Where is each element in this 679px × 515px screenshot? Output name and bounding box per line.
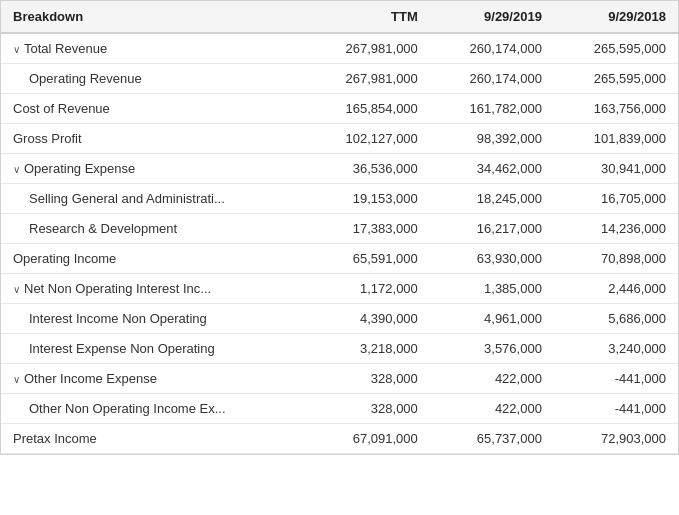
row-ttm-net-non-operating: 1,172,000 — [306, 274, 430, 304]
row-ttm-gross-profit: 102,127,000 — [306, 124, 430, 154]
row-ttm-operating-revenue: 267,981,000 — [306, 64, 430, 94]
table-row[interactable]: Cost of Revenue165,854,000161,782,000163… — [1, 94, 678, 124]
row-2018-cost-of-revenue: 163,756,000 — [554, 94, 678, 124]
row-label-text: Total Revenue — [24, 41, 107, 56]
table-header: Breakdown TTM 9/29/2019 9/29/2018 — [1, 1, 678, 33]
table-row[interactable]: Pretax Income67,091,00065,737,00072,903,… — [1, 424, 678, 454]
row-2018-operating-income: 70,898,000 — [554, 244, 678, 274]
row-label-text: Pretax Income — [13, 431, 97, 446]
row-2018-net-non-operating: 2,446,000 — [554, 274, 678, 304]
table-row[interactable]: Interest Income Non Operating4,390,0004,… — [1, 304, 678, 334]
row-2019-other-income-expense: 422,000 — [430, 364, 554, 394]
table-row[interactable]: Operating Revenue267,981,000260,174,0002… — [1, 64, 678, 94]
row-label-cost-of-revenue: Cost of Revenue — [1, 94, 306, 124]
row-2018-selling-general: 16,705,000 — [554, 184, 678, 214]
row-2019-cost-of-revenue: 161,782,000 — [430, 94, 554, 124]
col-breakdown: Breakdown — [1, 1, 306, 33]
row-2018-other-non-operating: -441,000 — [554, 394, 678, 424]
chevron-down-icon[interactable]: ∨ — [13, 284, 20, 295]
col-2019: 9/29/2019 — [430, 1, 554, 33]
row-label-net-non-operating: ∨Net Non Operating Interest Inc... — [1, 274, 306, 304]
row-2019-operating-income: 63,930,000 — [430, 244, 554, 274]
row-ttm-operating-income: 65,591,000 — [306, 244, 430, 274]
row-label-total-revenue: ∨Total Revenue — [1, 33, 306, 64]
row-2018-interest-income: 5,686,000 — [554, 304, 678, 334]
row-label-research-development: Research & Development — [1, 214, 306, 244]
row-2019-net-non-operating: 1,385,000 — [430, 274, 554, 304]
row-label-text: Interest Expense Non Operating — [29, 341, 215, 356]
row-label-text: Gross Profit — [13, 131, 82, 146]
row-2019-pretax-income: 65,737,000 — [430, 424, 554, 454]
row-2019-other-non-operating: 422,000 — [430, 394, 554, 424]
row-label-text: Operating Revenue — [29, 71, 142, 86]
row-ttm-total-revenue: 267,981,000 — [306, 33, 430, 64]
table-row[interactable]: Interest Expense Non Operating3,218,0003… — [1, 334, 678, 364]
row-2019-interest-income: 4,961,000 — [430, 304, 554, 334]
row-2019-operating-expense: 34,462,000 — [430, 154, 554, 184]
row-2018-research-development: 14,236,000 — [554, 214, 678, 244]
table-row[interactable]: Operating Income65,591,00063,930,00070,8… — [1, 244, 678, 274]
table-row[interactable]: Research & Development17,383,00016,217,0… — [1, 214, 678, 244]
row-label-gross-profit: Gross Profit — [1, 124, 306, 154]
row-label-text: Selling General and Administrati... — [29, 191, 225, 206]
row-label-text: Other Income Expense — [24, 371, 157, 386]
row-label-other-income-expense: ∨Other Income Expense — [1, 364, 306, 394]
row-label-text: Net Non Operating Interest Inc... — [24, 281, 211, 296]
row-label-operating-expense: ∨Operating Expense — [1, 154, 306, 184]
table-row[interactable]: ∨Operating Expense36,536,00034,462,00030… — [1, 154, 678, 184]
row-2019-gross-profit: 98,392,000 — [430, 124, 554, 154]
row-ttm-cost-of-revenue: 165,854,000 — [306, 94, 430, 124]
row-label-text: Cost of Revenue — [13, 101, 110, 116]
row-label-other-non-operating: Other Non Operating Income Ex... — [1, 394, 306, 424]
row-label-text: Operating Income — [13, 251, 116, 266]
row-label-selling-general: Selling General and Administrati... — [1, 184, 306, 214]
table-row[interactable]: ∨Total Revenue267,981,000260,174,000265,… — [1, 33, 678, 64]
row-2018-operating-revenue: 265,595,000 — [554, 64, 678, 94]
row-label-operating-revenue: Operating Revenue — [1, 64, 306, 94]
row-2019-operating-revenue: 260,174,000 — [430, 64, 554, 94]
row-label-text: Research & Development — [29, 221, 177, 236]
row-2018-operating-expense: 30,941,000 — [554, 154, 678, 184]
row-2019-total-revenue: 260,174,000 — [430, 33, 554, 64]
row-2018-total-revenue: 265,595,000 — [554, 33, 678, 64]
row-label-pretax-income: Pretax Income — [1, 424, 306, 454]
row-label-text: Other Non Operating Income Ex... — [29, 401, 226, 416]
row-label-interest-income: Interest Income Non Operating — [1, 304, 306, 334]
row-ttm-other-non-operating: 328,000 — [306, 394, 430, 424]
table-row[interactable]: ∨Net Non Operating Interest Inc...1,172,… — [1, 274, 678, 304]
row-ttm-research-development: 17,383,000 — [306, 214, 430, 244]
table-row[interactable]: Gross Profit102,127,00098,392,000101,839… — [1, 124, 678, 154]
chevron-down-icon[interactable]: ∨ — [13, 374, 20, 385]
chevron-down-icon[interactable]: ∨ — [13, 164, 20, 175]
col-ttm: TTM — [306, 1, 430, 33]
row-2018-pretax-income: 72,903,000 — [554, 424, 678, 454]
table-row[interactable]: ∨Other Income Expense328,000422,000-441,… — [1, 364, 678, 394]
row-2019-research-development: 16,217,000 — [430, 214, 554, 244]
row-ttm-interest-income: 4,390,000 — [306, 304, 430, 334]
table-row[interactable]: Other Non Operating Income Ex...328,0004… — [1, 394, 678, 424]
row-2018-other-income-expense: -441,000 — [554, 364, 678, 394]
row-ttm-pretax-income: 67,091,000 — [306, 424, 430, 454]
row-ttm-other-income-expense: 328,000 — [306, 364, 430, 394]
col-2018: 9/29/2018 — [554, 1, 678, 33]
row-ttm-selling-general: 19,153,000 — [306, 184, 430, 214]
row-2018-interest-expense: 3,240,000 — [554, 334, 678, 364]
row-ttm-interest-expense: 3,218,000 — [306, 334, 430, 364]
row-label-interest-expense: Interest Expense Non Operating — [1, 334, 306, 364]
row-ttm-operating-expense: 36,536,000 — [306, 154, 430, 184]
financial-table: Breakdown TTM 9/29/2019 9/29/2018 ∨Total… — [0, 0, 679, 455]
row-label-text: Operating Expense — [24, 161, 135, 176]
row-2019-selling-general: 18,245,000 — [430, 184, 554, 214]
row-2018-gross-profit: 101,839,000 — [554, 124, 678, 154]
row-label-text: Interest Income Non Operating — [29, 311, 207, 326]
table-row[interactable]: Selling General and Administrati...19,15… — [1, 184, 678, 214]
row-label-operating-income: Operating Income — [1, 244, 306, 274]
row-2019-interest-expense: 3,576,000 — [430, 334, 554, 364]
chevron-down-icon[interactable]: ∨ — [13, 44, 20, 55]
